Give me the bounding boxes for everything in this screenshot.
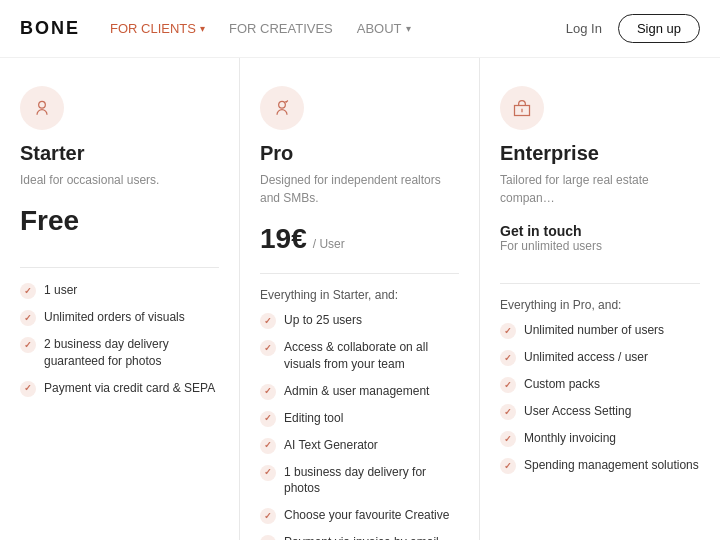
check-icon: [260, 508, 276, 524]
check-icon: [500, 458, 516, 474]
divider: [260, 273, 459, 274]
starter-plan-desc: Ideal for occasional users.: [20, 171, 219, 189]
list-item: Access & collaborate on all visuals from…: [260, 339, 459, 373]
check-icon: [500, 377, 516, 393]
check-icon: [260, 384, 276, 400]
navbar: BONE FOR CLIENTS ▾ FOR CREATIVES ABOUT ▾…: [0, 0, 720, 58]
check-icon: [500, 323, 516, 339]
plan-enterprise: Enterprise Tailored for large real estat…: [480, 58, 720, 540]
list-item: Payment via credit card & SEPA: [20, 380, 219, 397]
plan-starter: Starter Ideal for occasional users. Free…: [0, 58, 240, 540]
starter-features: 1 user Unlimited orders of visuals 2 bus…: [20, 282, 219, 540]
pro-plan-name: Pro: [260, 142, 459, 165]
list-item: Custom packs: [500, 376, 700, 393]
enterprise-icon: [500, 86, 544, 130]
list-item: Unlimited orders of visuals: [20, 309, 219, 326]
enterprise-plan-name: Enterprise: [500, 142, 700, 165]
list-item: User Access Setting: [500, 403, 700, 420]
check-icon: [20, 381, 36, 397]
nav-auth: Log In Sign up: [566, 14, 700, 43]
nav-about[interactable]: ABOUT ▾: [357, 21, 411, 36]
check-icon: [500, 404, 516, 420]
list-item: AI Text Generator: [260, 437, 459, 454]
enterprise-price: Get in touch For unlimited users: [500, 223, 700, 265]
plan-pro: Pro Designed for independent realtors an…: [240, 58, 480, 540]
check-icon: [260, 313, 276, 329]
list-item: 2 business day delivery guaranteed for p…: [20, 336, 219, 370]
starter-price: Free: [20, 205, 219, 237]
login-button[interactable]: Log In: [566, 21, 602, 36]
list-item: Payment via invoice by email: [260, 534, 459, 540]
check-icon: [20, 283, 36, 299]
list-item: 1 business day delivery for photos: [260, 464, 459, 498]
list-item: Choose your favourite Creative: [260, 507, 459, 524]
enterprise-plan-desc: Tailored for large real estate compan…: [500, 171, 700, 207]
check-icon: [500, 350, 516, 366]
pro-features: Up to 25 users Access & collaborate on a…: [260, 312, 459, 540]
list-item: Unlimited number of users: [500, 322, 700, 339]
pro-features-header: Everything in Starter, and:: [260, 288, 459, 302]
pro-icon: [260, 86, 304, 130]
nav-links: FOR CLIENTS ▾ FOR CREATIVES ABOUT ▾: [110, 21, 566, 36]
divider: [20, 267, 219, 268]
chevron-down-icon: ▾: [200, 23, 205, 34]
list-item: Editing tool: [260, 410, 459, 427]
list-item: Up to 25 users: [260, 312, 459, 329]
signup-button[interactable]: Sign up: [618, 14, 700, 43]
list-item: Spending management solutions: [500, 457, 700, 474]
chevron-down-icon: ▾: [406, 23, 411, 34]
nav-for-creatives[interactable]: FOR CREATIVES: [229, 21, 333, 36]
pricing-grid: Starter Ideal for occasional users. Free…: [0, 58, 720, 540]
svg-point-1: [279, 101, 286, 108]
check-icon: [260, 465, 276, 481]
check-icon: [260, 438, 276, 454]
list-item: Admin & user management: [260, 383, 459, 400]
list-item: 1 user: [20, 282, 219, 299]
check-icon: [260, 411, 276, 427]
nav-for-clients[interactable]: FOR CLIENTS ▾: [110, 21, 205, 36]
list-item: Unlimited access / user: [500, 349, 700, 366]
enterprise-features-header: Everything in Pro, and:: [500, 298, 700, 312]
check-icon: [260, 340, 276, 356]
starter-plan-name: Starter: [20, 142, 219, 165]
check-icon: [20, 310, 36, 326]
pro-plan-desc: Designed for independent realtors and SM…: [260, 171, 459, 207]
pro-price: 19€ / User: [260, 223, 459, 255]
check-icon: [20, 337, 36, 353]
svg-point-0: [39, 101, 46, 108]
logo: BONE: [20, 18, 80, 39]
enterprise-features: Unlimited number of users Unlimited acce…: [500, 322, 700, 540]
check-icon: [500, 431, 516, 447]
starter-icon: [20, 86, 64, 130]
divider: [500, 283, 700, 284]
check-icon: [260, 535, 276, 540]
list-item: Monthly invoicing: [500, 430, 700, 447]
